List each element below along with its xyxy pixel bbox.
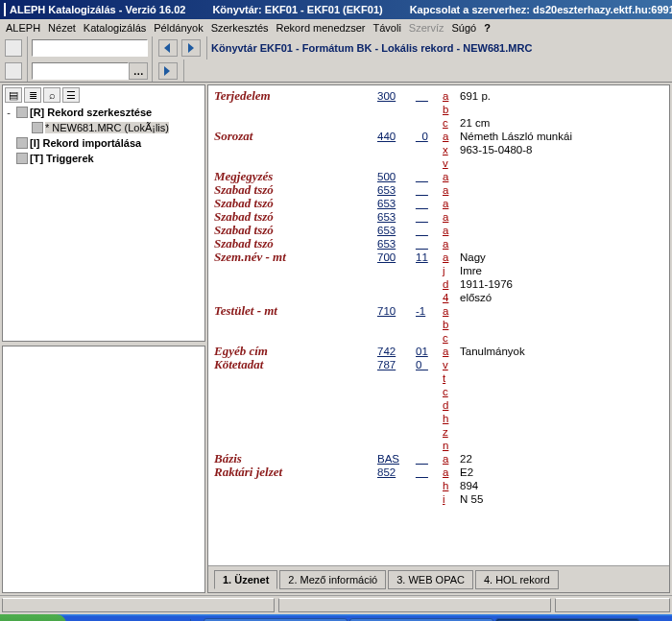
field-tag[interactable]: 653 [377,210,416,224]
menu-szerkesztes-item[interactable]: Szerkesztés [211,22,269,34]
field-value[interactable]: E2 [460,466,663,479]
field-tag[interactable] [377,318,416,331]
field-subfield[interactable]: i [443,492,460,506]
field-tag[interactable]: 653 [377,197,416,210]
field-indicator[interactable] [416,103,443,116]
tree-tool-4[interactable]: ☰ [62,87,80,103]
menu-nezet-item[interactable]: Nézet [48,22,76,34]
field-subfield[interactable]: a [443,224,460,237]
field-tag[interactable] [377,439,416,452]
menu-katalogizalas-item[interactable]: Katalogizálás [84,22,146,34]
tool-blank-1[interactable] [5,39,22,57]
field-indicator[interactable] [416,425,443,439]
field-indicator[interactable]: 11 [416,251,443,264]
field-indicator[interactable]: 01 [416,345,443,358]
field-tag[interactable] [377,331,416,345]
field-subfield[interactable]: a [443,251,460,264]
field-indicator[interactable]: __ [416,89,443,103]
record-row[interactable]: d [214,398,663,412]
field-value[interactable] [460,237,663,251]
field-subfield[interactable]: z [443,425,460,439]
record-row[interactable]: Szem.név - mt70011aNagy [214,251,663,264]
record-row[interactable]: c [214,385,663,398]
field-tag[interactable] [377,371,416,385]
field-indicator[interactable] [416,385,443,398]
quick-input-1[interactable] [33,40,147,56]
record-row[interactable]: n [214,439,663,452]
record-row[interactable]: jImre [214,264,663,277]
field-value[interactable] [460,371,663,385]
menu-rekordmenedzser-item[interactable]: Rekord menedzser [276,22,366,34]
field-indicator[interactable]: __ [416,210,443,224]
record-row[interactable]: x963-15-0480-8 [214,143,663,156]
field-indicator[interactable] [416,264,443,277]
field-tag[interactable] [377,116,416,130]
record-row[interactable]: c [214,331,663,345]
field-value[interactable] [460,439,663,452]
field-tag[interactable]: 653 [377,224,416,237]
record-row[interactable]: Szabad tszó653__a [214,237,663,251]
field-tag[interactable] [377,425,416,439]
menu-peldanyok-item[interactable]: Példányok [154,22,203,34]
record-row[interactable]: t [214,371,663,385]
field-value[interactable] [460,398,663,412]
tree-node[interactable]: * NEW681.MRC (LokÃ¡lis) [3,120,204,135]
field-value[interactable] [460,183,663,197]
go-button[interactable] [158,62,178,80]
tab-uzenet[interactable]: 1. Üzenet [214,570,277,589]
tree-tool-3[interactable]: ⌕ [43,87,60,103]
record-row[interactable]: 4előszó [214,291,663,304]
field-indicator[interactable] [416,291,443,304]
field-subfield[interactable]: a [443,197,460,210]
field-subfield[interactable]: a [443,466,460,479]
field-indicator[interactable] [416,318,443,331]
field-value[interactable] [460,318,663,331]
record-row[interactable]: z [214,425,663,439]
record-row[interactable]: Sorozat440_0aNémeth László munkái [214,130,663,143]
record-row[interactable]: Kötetadat7870_v [214,358,663,371]
field-value[interactable] [460,412,663,425]
record-row[interactable]: b [214,318,663,331]
field-subfield[interactable]: t [443,371,460,385]
field-indicator[interactable]: -1 [416,304,443,318]
field-subfield[interactable]: c [443,385,460,398]
field-subfield[interactable]: v [443,358,460,371]
tree-node[interactable]: [I] Rekord importálása [3,135,204,151]
field-tag[interactable]: 500 [377,170,416,183]
record-row[interactable]: Megjegyzés500__a [214,170,663,183]
menu-szerviz-item[interactable]: Szervíz [409,22,444,34]
field-value[interactable]: 1911-1976 [460,277,663,291]
field-tag[interactable] [377,398,416,412]
field-value[interactable] [460,304,663,318]
record-row[interactable]: v [214,156,663,170]
record-row[interactable]: Raktári jelzet852__aE2 [214,466,663,479]
field-subfield[interactable]: a [443,210,460,224]
field-value[interactable]: 22 [460,452,663,466]
field-tag[interactable] [377,277,416,291]
field-subfield[interactable]: a [443,345,460,358]
menu-help-item[interactable]: ? [484,22,491,34]
record-row[interactable]: Szabad tszó653__a [214,210,663,224]
field-value[interactable]: Németh László munkái [460,130,663,143]
menu-tavoli-item[interactable]: Távoli [373,22,401,34]
field-tag[interactable] [377,156,416,170]
field-tag[interactable]: 742 [377,345,416,358]
field-value[interactable]: 963-15-0480-8 [460,143,663,156]
field-subfield[interactable]: a [443,237,460,251]
field-tag[interactable]: 787 [377,358,416,371]
field-subfield[interactable]: j [443,264,460,277]
record-area[interactable]: Terjedelem300__a691 p.bc21 cmSorozat440_… [208,85,669,565]
field-value[interactable] [460,103,663,116]
record-row[interactable]: b [214,103,663,116]
menu-sugo-item[interactable]: Súgó [452,22,477,34]
record-row[interactable]: Szabad tszó653__a [214,197,663,210]
field-value[interactable] [460,425,663,439]
field-indicator[interactable] [416,371,443,385]
field-tag[interactable] [377,385,416,398]
field-tag[interactable]: 852 [377,466,416,479]
field-indicator[interactable]: __ [416,224,443,237]
field-value[interactable]: Nagy [460,251,663,264]
field-value[interactable] [460,358,663,371]
field-value[interactable]: Imre [460,264,663,277]
field-value[interactable]: N 55 [460,492,663,506]
